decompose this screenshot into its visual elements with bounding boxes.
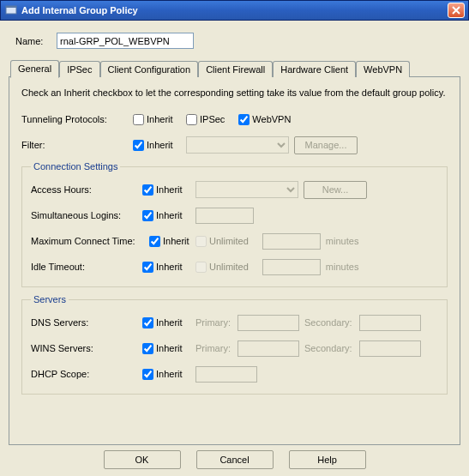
filter-manage-button[interactable]: Manage... — [294, 136, 358, 154]
max-connect-input[interactable] — [262, 233, 321, 250]
tunneling-ipsec-checkbox[interactable] — [186, 114, 197, 125]
idle-timeout-inherit-checkbox[interactable] — [142, 262, 153, 273]
sim-logins-input[interactable] — [195, 208, 254, 224]
row-max-connect-time: Maximum Connect Time: Inherit Unlimited … — [31, 232, 438, 250]
idle-timeout-unlimited-label: Unlimited — [209, 262, 249, 272]
tab-client-firewall[interactable]: Client Firewall — [198, 61, 273, 77]
tab-ipsec[interactable]: IPSec — [59, 61, 99, 77]
filter-inherit-label: Inherit — [147, 140, 173, 150]
max-connect-inherit-label: Inherit — [163, 236, 189, 246]
dns-inherit-label: Inherit — [156, 317, 183, 328]
sim-logins-label: Simultaneous Logins: — [31, 210, 142, 220]
tab-panel-general: Check an Inherit checkbox to let the cor… — [9, 76, 460, 445]
window-title: Add Internal Group Policy — [21, 5, 448, 15]
servers-legend: Servers — [31, 294, 69, 304]
titlebar: Add Internal Group Policy — [0, 0, 469, 21]
dhcp-inherit-checkbox[interactable] — [142, 369, 153, 380]
tunneling-ipsec-label: IPSec — [200, 114, 225, 124]
wins-primary-input[interactable] — [238, 340, 299, 357]
tab-webvpn[interactable]: WebVPN — [356, 61, 410, 77]
access-hours-new-button[interactable]: New... — [304, 181, 367, 199]
dns-primary-label: Primary: — [195, 317, 231, 328]
cancel-button[interactable]: Cancel — [196, 450, 274, 469]
idle-timeout-unit: minutes — [326, 262, 359, 272]
wins-inherit-checkbox[interactable] — [142, 343, 153, 354]
idle-timeout-input[interactable] — [262, 259, 321, 275]
tunneling-inherit-checkbox[interactable] — [133, 114, 144, 125]
access-hours-inherit-label: Inherit — [156, 184, 183, 195]
idle-timeout-inherit-label: Inherit — [156, 262, 183, 272]
filter-inherit-checkbox[interactable] — [133, 140, 144, 151]
name-label: Name: — [15, 36, 57, 46]
dialog-button-bar: OK Cancel Help — [0, 450, 469, 469]
tunneling-webvpn-checkbox[interactable] — [238, 114, 250, 125]
tab-client-configuration[interactable]: Client Configuration — [100, 61, 199, 77]
max-connect-unlimited-checkbox[interactable] — [195, 236, 207, 247]
sim-logins-inherit-checkbox[interactable] — [142, 210, 153, 221]
row-dhcp-scope: DHCP Scope: Inherit — [31, 365, 438, 383]
row-access-hours: Access Hours: Inherit New... — [31, 180, 438, 199]
row-filter: Filter: Inherit Manage... — [21, 136, 448, 154]
max-connect-label: Maximum Connect Time: — [31, 236, 149, 246]
dns-secondary-input[interactable] — [359, 315, 421, 331]
sim-logins-inherit-label: Inherit — [156, 210, 183, 220]
ok-button[interactable]: OK — [104, 450, 181, 469]
panel-description: Check an Inherit checkbox to let the cor… — [21, 87, 448, 98]
row-tunneling-protocols: Tunneling Protocols: Inherit IPSec WebVP… — [21, 110, 448, 129]
connection-settings-legend: Connection Settings — [31, 161, 120, 172]
tunneling-webvpn-label: WebVPN — [252, 114, 291, 124]
help-button[interactable]: Help — [289, 450, 366, 469]
close-button[interactable] — [448, 3, 465, 18]
max-connect-inherit-checkbox[interactable] — [149, 236, 160, 247]
tunneling-inherit-label: Inherit — [147, 114, 173, 124]
row-wins-servers: WINS Servers: Inherit Primary: Secondary… — [31, 339, 438, 358]
dns-secondary-label: Secondary: — [304, 317, 352, 328]
group-servers: Servers DNS Servers: Inherit Primary: Se… — [21, 294, 448, 395]
row-simultaneous-logins: Simultaneous Logins: Inherit — [31, 206, 438, 225]
dns-primary-input[interactable] — [238, 315, 299, 331]
svg-rect-1 — [6, 6, 16, 8]
idle-timeout-unlimited-checkbox[interactable] — [195, 262, 207, 273]
tab-hardware-client[interactable]: Hardware Client — [273, 61, 356, 77]
tab-general[interactable]: General — [10, 60, 59, 78]
wins-secondary-input[interactable] — [359, 340, 421, 357]
dns-label: DNS Servers: — [31, 317, 142, 328]
wins-inherit-label: Inherit — [156, 343, 183, 353]
name-input[interactable] — [57, 33, 194, 49]
wins-label: WINS Servers: — [31, 343, 142, 353]
dhcp-label: DHCP Scope: — [31, 369, 142, 379]
filter-combo[interactable] — [186, 136, 289, 154]
app-icon — [4, 3, 18, 17]
dns-inherit-checkbox[interactable] — [142, 317, 153, 328]
max-connect-unlimited-label: Unlimited — [209, 236, 249, 246]
name-row: Name: — [15, 33, 460, 49]
access-hours-combo[interactable] — [195, 181, 298, 198]
row-dns-servers: DNS Servers: Inherit Primary: Secondary: — [31, 313, 438, 332]
tab-strip: General IPSec Client Configuration Clien… — [10, 59, 460, 76]
wins-secondary-label: Secondary: — [304, 343, 352, 353]
tunneling-label: Tunneling Protocols: — [21, 114, 133, 124]
row-idle-timeout: Idle Timeout: Inherit Unlimited minutes — [31, 257, 438, 276]
dialog-content: Name: General IPSec Client Configuration… — [0, 21, 469, 445]
idle-timeout-label: Idle Timeout: — [31, 262, 142, 272]
group-connection-settings: Connection Settings Access Hours: Inheri… — [21, 161, 448, 287]
dhcp-input[interactable] — [195, 366, 257, 383]
access-hours-label: Access Hours: — [31, 184, 142, 195]
filter-label: Filter: — [21, 140, 133, 150]
dhcp-inherit-label: Inherit — [156, 369, 183, 379]
wins-primary-label: Primary: — [195, 343, 231, 353]
access-hours-inherit-checkbox[interactable] — [142, 184, 153, 196]
max-connect-unit: minutes — [326, 236, 359, 246]
